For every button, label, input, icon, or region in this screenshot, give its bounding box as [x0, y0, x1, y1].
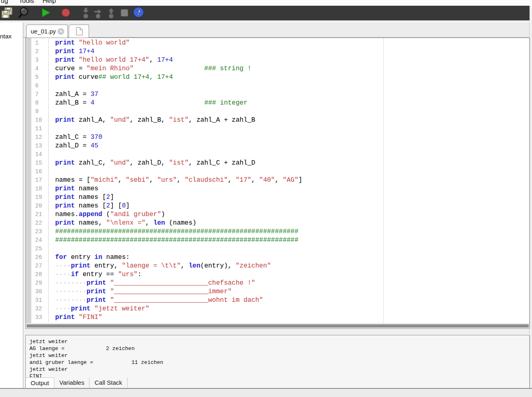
code-line[interactable]: 2print 17+4 [26, 47, 530, 56]
code-token: , [228, 176, 236, 184]
code-token: print [55, 74, 75, 81]
code-token: names = [ [55, 176, 90, 184]
code-text: ····if entry == "urs": [49, 270, 141, 279]
code-line[interactable]: 20print names [2] [0] [26, 202, 530, 210]
code-line[interactable]: 31········print "_______________________… [26, 296, 530, 305]
code-line[interactable]: 25 [26, 245, 530, 253]
step-over-icon[interactable] [94, 7, 103, 19]
step-out-icon[interactable] [107, 7, 116, 19]
code-line[interactable]: 22print names, "\nlenx =", len (names) [26, 219, 530, 227]
output-tab-callstack[interactable]: Call Stack [89, 377, 127, 388]
code-token: "urs" [157, 176, 177, 184]
code-line[interactable]: 8zahl_B = 4 ### integer [26, 99, 530, 107]
code-line[interactable]: 10print zahl_A, "und", zahl_B, "ist", za… [26, 116, 530, 125]
code-token [75, 39, 79, 47]
code-text: print "hello world 17+4", 17+4 [49, 56, 173, 65]
code-line[interactable]: 3print "hello world 17+4", 17+4 [26, 56, 530, 65]
code-line[interactable]: 33print "FINI" [26, 313, 530, 322]
code-token: for [55, 254, 67, 261]
code-line[interactable]: 29········print "_______________________… [26, 279, 530, 288]
code-line[interactable]: 30········print "_______________________… [26, 288, 530, 296]
code-line[interactable]: 4curve = "mein Rhino" ### string ! [26, 65, 530, 73]
code-line[interactable]: 27····print entry, "laenge = \t\t", len(… [26, 262, 530, 270]
code-token: print [87, 288, 106, 295]
code-line[interactable]: 17names = ["michi", "sebi", "urs", "clau… [26, 176, 530, 185]
line-number: 32 [26, 305, 49, 313]
code-line[interactable]: 11 [26, 125, 530, 133]
record-icon[interactable] [61, 8, 71, 18]
code-token: print [87, 279, 106, 287]
code-line[interactable]: 21names.append ("andi gruber") [26, 210, 530, 219]
stop-icon[interactable] [120, 9, 129, 18]
menu-item-help[interactable]: Help [42, 0, 56, 4]
run-icon[interactable] [41, 7, 51, 19]
code-token: print [55, 219, 75, 227]
code-token: "________________________immer" [110, 288, 232, 295]
scrollbar-thumb[interactable] [27, 324, 529, 328]
code-line[interactable]: 1print "hello world" [26, 39, 530, 47]
code-line[interactable]: 18print names [26, 185, 530, 193]
code-token: "andi gruber" [110, 211, 161, 218]
code-token: 370 [90, 134, 102, 141]
code-token: , [251, 176, 259, 184]
line-number: 3 [26, 56, 49, 65]
code-line[interactable]: 16 [26, 167, 530, 176]
code-text: names.append ("andi gruber") [49, 210, 165, 219]
code-token: "hello world" [79, 39, 130, 47]
code-text: print names [2] [0] [49, 202, 130, 210]
code-token: print [71, 262, 90, 270]
code-text: ····print "jetzt weiter" [49, 305, 149, 313]
code-token [75, 56, 79, 64]
code-line[interactable]: 15print zahl_C, "und", zahl_D, "ist", za… [26, 159, 530, 167]
step-into-icon[interactable] [81, 7, 90, 19]
code-token: ### string ! [204, 65, 251, 72]
output-tab-output[interactable]: Output [26, 377, 54, 388]
code-line[interactable]: 26for entry in names: [26, 253, 530, 262]
new-tab[interactable] [69, 25, 89, 38]
help-icon[interactable]: ? [133, 7, 144, 18]
save-all-icon[interactable] [1, 7, 13, 20]
code-line[interactable]: 7zahl_A = 37 [26, 90, 530, 99]
code-text: zahl_B = 4 ### integer [49, 99, 248, 107]
code-line[interactable]: 23######################################… [26, 227, 530, 236]
line-number: 7 [26, 90, 49, 99]
menu-item-debug[interactable]: ug [1, 0, 8, 4]
close-icon[interactable]: ✕ [58, 28, 64, 35]
code-token: ···· [55, 271, 71, 278]
code-line[interactable]: 6 [26, 82, 530, 90]
horizontal-scrollbar[interactable] [26, 323, 530, 328]
code-line[interactable]: 13zahl_D = 45 [26, 142, 530, 150]
code-line[interactable]: 28····if entry == "urs": [26, 270, 530, 279]
code-token: ( [102, 211, 110, 218]
code-token: ···· [55, 262, 71, 270]
line-number: 16 [26, 167, 49, 176]
code-token: names [ [75, 202, 106, 210]
editor-tab[interactable]: ue_01.py ✕ [26, 25, 68, 38]
code-token: ## world 17+4, 17+4 [98, 74, 173, 81]
code-line[interactable]: 14 [26, 150, 530, 159]
code-line[interactable]: 24######################################… [26, 236, 530, 245]
code-text: ########################################… [49, 227, 298, 236]
code-token: , [149, 176, 157, 184]
code-line[interactable]: 19print names [2] [26, 193, 530, 202]
menu-item-tools[interactable]: Tools [19, 0, 34, 4]
code-line[interactable]: 5print curve## world 17+4, 17+4 [26, 73, 530, 82]
code-line[interactable]: 32····print "jetzt weiter" [26, 305, 530, 313]
line-number: 1 [26, 39, 49, 47]
code-token: , zahl_B, [130, 116, 169, 124]
code-token: print [55, 48, 75, 55]
code-token: print [55, 159, 75, 167]
code-token: "\nlenx =" [106, 219, 145, 227]
code-line[interactable]: 9 [26, 107, 530, 116]
code-token: zahl_A = [55, 91, 90, 98]
line-number: 11 [26, 125, 49, 133]
code-text: ########################################… [49, 236, 298, 245]
code-text: zahl_D = 45 [49, 142, 98, 150]
output-tab-variables[interactable]: Variables [54, 377, 89, 388]
line-number: 14 [26, 150, 49, 159]
code-token: zahl_A, [75, 116, 110, 124]
code-token: "ist" [169, 159, 188, 167]
search-icon[interactable] [18, 7, 30, 19]
line-number: 12 [26, 133, 49, 142]
code-line[interactable]: 12zahl_C = 370 [26, 133, 530, 142]
